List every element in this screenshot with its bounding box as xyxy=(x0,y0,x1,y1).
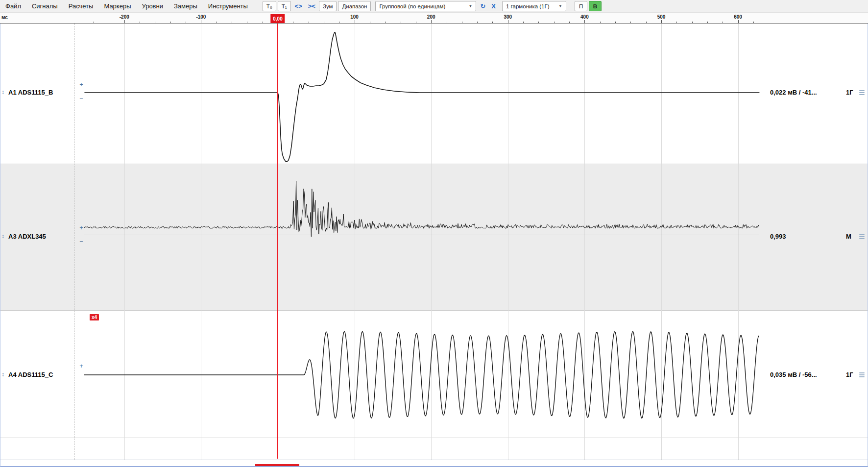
menu-levels[interactable]: Уровни xyxy=(136,0,168,13)
ruler-tick-mark xyxy=(554,22,555,23)
ruler-tick-mark xyxy=(569,22,570,23)
group-mode-select[interactable]: Групповой (по единицам) ▼ xyxy=(375,1,476,11)
channel-menu-icon[interactable] xyxy=(859,234,865,239)
overview-separator xyxy=(0,460,868,460)
channel-name[interactable]: A1 ADS1115_B xyxy=(8,89,53,96)
overview-cursor-marker[interactable] xyxy=(255,464,299,466)
time-ruler[interactable]: мс 0,00 -200-100100200300400500600 xyxy=(0,13,868,24)
channel-menu-icon[interactable] xyxy=(859,372,865,377)
label-plot-divider xyxy=(74,24,75,460)
ruler-tick-label: 400 xyxy=(580,14,589,20)
chevron-down-icon: ▼ xyxy=(554,4,562,8)
ruler-tick-mark xyxy=(462,22,462,23)
channel-drag-icon[interactable]: ↕ xyxy=(1,371,8,378)
gridline xyxy=(201,24,201,460)
ruler-tick-mark xyxy=(584,20,585,23)
ruler-tick-mark xyxy=(170,22,171,23)
channel-value: 0,035 мВ / -56... xyxy=(770,371,817,378)
gridline xyxy=(508,24,508,460)
gridline xyxy=(431,24,432,460)
ruler-tick-mark xyxy=(217,22,217,23)
scale-decrease-button[interactable]: − xyxy=(77,378,85,384)
ruler-tick-mark xyxy=(492,22,493,23)
ruler-tick-label: 100 xyxy=(350,14,359,20)
channel-menu-icon[interactable] xyxy=(859,90,865,95)
gain-multiplier-badge: x4 xyxy=(90,314,99,320)
menu-tools[interactable]: Инструменты xyxy=(203,0,253,13)
ruler-tick-label: 600 xyxy=(734,14,742,20)
ruler-tick-label: 500 xyxy=(657,14,666,20)
channel-value: 0,993 xyxy=(770,233,786,240)
ruler-tick-mark xyxy=(477,22,478,23)
scale-decrease-button[interactable]: − xyxy=(77,96,85,102)
ruler-tick-mark xyxy=(431,20,432,23)
spacer xyxy=(253,6,261,6)
harmonic-select[interactable]: 1 гармоника (1Г) ▼ xyxy=(502,1,566,11)
collapse-horizontal-icon[interactable]: >< xyxy=(306,2,317,10)
channel-unit-badge[interactable]: 1Г xyxy=(846,371,853,378)
group-mode-value: Групповой (по единицам) xyxy=(379,3,445,9)
p-mode-button[interactable]: П xyxy=(575,1,587,11)
ruler-tick-mark xyxy=(124,20,125,23)
channel-unit-badge[interactable]: 1Г xyxy=(846,89,853,96)
scale-increase-button[interactable]: + xyxy=(77,82,85,88)
ruler-tick-mark xyxy=(324,22,324,23)
ruler-tick-mark xyxy=(140,22,140,23)
time-cursor[interactable] xyxy=(277,24,278,459)
ruler-tick-mark xyxy=(186,22,186,23)
channel-value: 0,022 мВ / -41... xyxy=(770,89,817,96)
ruler-tick-mark xyxy=(94,22,94,23)
zoom-button[interactable]: Зум xyxy=(319,1,337,11)
ruler-tick-mark xyxy=(232,22,232,23)
channel-name[interactable]: A4 ADS1115_C xyxy=(8,371,53,378)
refresh-icon[interactable]: ↻ xyxy=(478,2,487,10)
ruler-tick-mark xyxy=(293,22,293,23)
scale-increase-button[interactable]: + xyxy=(77,225,85,231)
ruler-tick-mark xyxy=(707,22,708,23)
channel-name[interactable]: A3 ADXL345 xyxy=(8,233,46,240)
ruler-tick-mark xyxy=(201,20,201,23)
ruler-tick-mark xyxy=(538,22,539,23)
menu-calculations[interactable]: Расчеты xyxy=(63,0,99,13)
ruler-tick-mark xyxy=(630,22,631,23)
expand-horizontal-icon[interactable]: <> xyxy=(293,2,304,10)
channel-unit-badge[interactable]: М xyxy=(846,233,851,240)
ruler-unit-label: мс xyxy=(1,15,8,20)
v-mode-button[interactable]: В xyxy=(589,1,602,11)
ruler-tick-mark xyxy=(723,22,723,23)
cursor-time-badge[interactable]: 0,00 xyxy=(270,14,285,23)
ruler-tick-mark xyxy=(309,22,309,23)
channel-drag-icon[interactable]: ↕ xyxy=(1,89,8,96)
ruler-tick-mark xyxy=(646,22,647,23)
clear-icon[interactable]: X xyxy=(489,2,498,10)
t1-button[interactable]: T₁ xyxy=(278,1,291,11)
ruler-tick-mark xyxy=(109,22,109,23)
ruler-tick-mark xyxy=(692,22,693,23)
ruler-tick-mark xyxy=(370,22,370,23)
chevron-down-icon: ▼ xyxy=(464,4,473,8)
ruler-tick-mark xyxy=(247,22,247,23)
ruler-tick-label: -200 xyxy=(120,14,129,20)
scale-increase-button[interactable]: + xyxy=(77,363,85,369)
ruler-tick-mark xyxy=(600,22,601,23)
gridline xyxy=(661,24,662,460)
ruler-tick-mark xyxy=(508,20,508,23)
menu-signals[interactable]: Сигналы xyxy=(26,0,63,13)
ruler-tick-mark xyxy=(523,22,524,23)
menu-measurements[interactable]: Замеры xyxy=(169,0,203,13)
ruler-tick-mark xyxy=(401,22,401,23)
ruler-tick-mark xyxy=(416,22,416,23)
t0-button[interactable]: T₀ xyxy=(263,1,276,11)
ruler-tick-label: -100 xyxy=(196,14,206,20)
ruler-tick-mark xyxy=(447,22,447,23)
ruler-tick-mark xyxy=(738,20,739,23)
gridline xyxy=(584,24,585,460)
channel-drag-icon[interactable]: ↕ xyxy=(1,233,8,240)
menu-file[interactable]: Файл xyxy=(0,0,26,13)
scale-decrease-button[interactable]: − xyxy=(77,239,85,245)
waveform-a1 xyxy=(84,32,759,162)
menubar: Файл Сигналы Расчеты Маркеры Уровни Заме… xyxy=(0,0,868,13)
menu-markers[interactable]: Маркеры xyxy=(98,0,136,13)
ruler-tick-mark xyxy=(355,20,355,23)
range-button[interactable]: Диапазон xyxy=(338,1,371,11)
